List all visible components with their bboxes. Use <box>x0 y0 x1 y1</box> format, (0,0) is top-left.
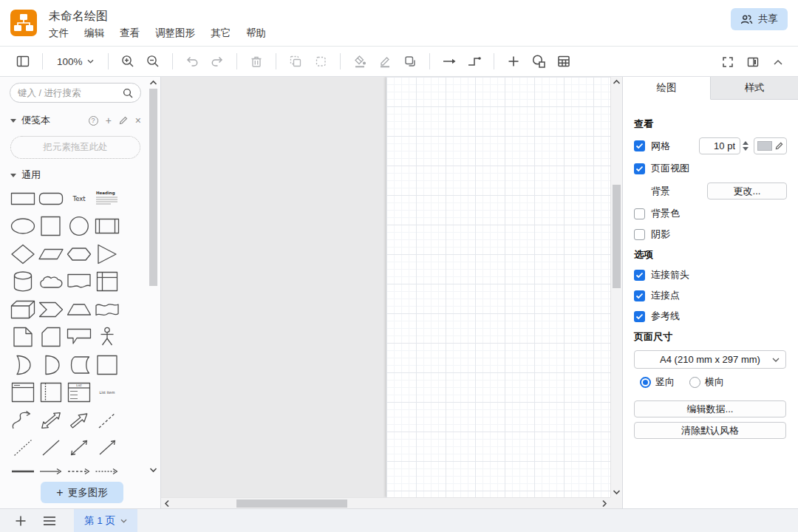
undo-button[interactable] <box>180 50 205 72</box>
shape-cylinder[interactable] <box>9 268 37 296</box>
canvas-vertical-scrollbar[interactable] <box>610 77 622 497</box>
scroll-right-arrow-icon[interactable] <box>601 498 607 508</box>
shape-hexagon[interactable] <box>65 240 93 268</box>
scratchpad-header[interactable]: 便笺本 ? + × <box>0 112 151 129</box>
tab-diagram[interactable]: 绘图 <box>623 77 711 100</box>
shape-circle[interactable] <box>65 213 93 241</box>
connection-arrows-checkbox[interactable] <box>634 270 645 281</box>
scratchpad-dropzone[interactable]: 把元素拖至此处 <box>10 136 140 159</box>
shape-curve[interactable] <box>9 406 37 434</box>
menu-extras[interactable]: 其它 <box>211 27 231 40</box>
pages-menu-button[interactable] <box>43 516 56 526</box>
shape-step[interactable] <box>37 296 65 324</box>
share-button[interactable]: 共享 <box>731 8 788 30</box>
zoom-in-button[interactable] <box>115 50 140 72</box>
shape-list[interactable]: List <box>65 379 93 407</box>
zoom-out-button[interactable] <box>140 50 166 72</box>
shape-dashed-line[interactable] <box>93 406 121 434</box>
close-icon[interactable]: × <box>135 115 141 126</box>
page-view-checkbox[interactable] <box>634 163 645 174</box>
to-front-button[interactable] <box>283 50 308 72</box>
menu-edit[interactable]: 编辑 <box>84 27 104 40</box>
shape-callout[interactable] <box>65 324 93 352</box>
shape-tape[interactable] <box>93 296 121 324</box>
help-icon[interactable]: ? <box>89 116 98 126</box>
shape-card[interactable] <box>37 324 65 352</box>
redo-button[interactable] <box>205 50 230 72</box>
grid-checkbox[interactable] <box>634 140 645 151</box>
shape-cube[interactable] <box>9 296 37 324</box>
menu-file[interactable]: 文件 <box>49 27 69 40</box>
shape-and[interactable] <box>37 351 65 379</box>
edit-data-button[interactable]: 编辑数据... <box>634 400 786 417</box>
connection-points-checkbox[interactable] <box>634 290 645 301</box>
shape-bidirectional-connector[interactable] <box>65 434 93 463</box>
shape-list-item[interactable]: List Item <box>93 379 121 407</box>
shape-search[interactable] <box>10 83 141 103</box>
to-back-button[interactable] <box>308 50 333 72</box>
stepper-down-icon[interactable] <box>743 147 748 151</box>
shape-rectangle[interactable] <box>9 185 37 213</box>
scroll-up-arrow-icon[interactable] <box>149 80 158 86</box>
shadow-checkbox[interactable] <box>634 229 645 240</box>
stepper-up-icon[interactable] <box>743 141 748 145</box>
shape-horizontal-dotted-arrow[interactable] <box>93 462 121 478</box>
shape-horizontal-dashed-arrow[interactable] <box>65 462 93 478</box>
shape-text[interactable]: Text <box>65 185 93 213</box>
shape-line[interactable] <box>37 434 65 463</box>
page-tab-1[interactable]: 第 1 页 <box>74 509 137 532</box>
insert-button[interactable] <box>501 50 526 72</box>
menu-arrange[interactable]: 调整图形 <box>155 27 195 40</box>
drawing-canvas[interactable] <box>161 77 622 508</box>
add-page-button[interactable] <box>15 515 27 527</box>
shape-rounded-rectangle[interactable] <box>37 185 65 213</box>
shadow-button[interactable] <box>398 50 423 72</box>
scroll-up-arrow-icon[interactable] <box>611 79 622 85</box>
shape-container[interactable] <box>93 351 121 379</box>
shape-arrow[interactable] <box>65 406 93 434</box>
toggle-format-panel-button[interactable] <box>740 51 765 73</box>
shape-parallelogram[interactable] <box>37 240 65 268</box>
shape-diamond[interactable] <box>9 240 37 268</box>
vertical-scroll-thumb[interactable] <box>613 185 621 288</box>
clear-default-style-button[interactable]: 清除默认风格 <box>634 422 786 439</box>
landscape-radio[interactable] <box>689 377 700 388</box>
portrait-radio[interactable] <box>640 377 651 388</box>
background-color-checkbox[interactable] <box>634 208 645 219</box>
zoom-dropdown[interactable]: 100% <box>50 50 101 72</box>
shape-document[interactable] <box>65 268 93 296</box>
line-color-button[interactable] <box>372 50 398 72</box>
fill-color-button[interactable] <box>347 50 372 72</box>
grid-size-input[interactable] <box>699 137 740 154</box>
scroll-down-arrow-icon[interactable] <box>149 467 158 473</box>
shape-note[interactable] <box>9 324 37 352</box>
shape-actor[interactable] <box>93 324 121 352</box>
scroll-down-arrow-icon[interactable] <box>611 489 622 495</box>
document-title[interactable]: 未命名绘图 <box>49 9 108 24</box>
fullscreen-button[interactable] <box>715 51 740 73</box>
insert-shape-button[interactable] <box>526 50 551 72</box>
menu-help[interactable]: 帮助 <box>246 27 266 40</box>
shape-dotted-line[interactable] <box>9 434 37 463</box>
menu-view[interactable]: 查看 <box>120 27 140 40</box>
shape-bidirectional-arrow[interactable] <box>37 406 65 434</box>
shape-triangle[interactable] <box>93 240 121 268</box>
shape-or[interactable] <box>9 351 37 379</box>
edge-style-button[interactable] <box>437 50 462 72</box>
toggle-shapes-panel-button[interactable] <box>10 50 35 72</box>
grid-size-stepper[interactable] <box>743 141 748 151</box>
edit-pencil-icon[interactable] <box>119 116 128 125</box>
general-section-header[interactable]: 通用 <box>0 167 151 183</box>
waypoint-style-button[interactable] <box>462 50 487 72</box>
change-background-button[interactable]: 更改... <box>707 183 787 200</box>
shape-horizontal-arrow[interactable] <box>37 462 65 478</box>
shape-horizontal-line[interactable] <box>9 462 37 478</box>
canvas-horizontal-scrollbar[interactable] <box>161 497 610 508</box>
scroll-left-arrow-icon[interactable] <box>164 498 170 508</box>
grid-color-button[interactable] <box>754 137 787 154</box>
shape-vertical-container[interactable] <box>37 379 65 407</box>
sidebar-scrollbar[interactable] <box>149 78 158 477</box>
shape-data-storage[interactable] <box>65 351 93 379</box>
shape-textbox[interactable]: Heading <box>93 185 121 213</box>
guides-checkbox[interactable] <box>634 311 645 322</box>
